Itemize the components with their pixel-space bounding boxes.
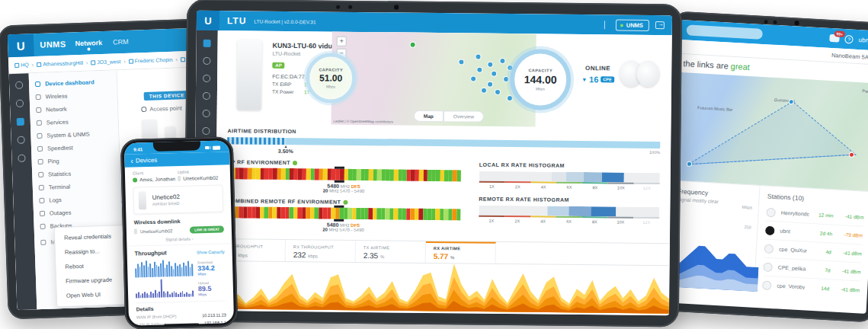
histogram-column: LOCAL RX RATE HISTOGRAM 1X2X4X6X8X10X12X… — [479, 162, 660, 242]
chart-bar — [168, 261, 170, 276]
station-uptime: 12 min — [809, 212, 833, 219]
zoom-in-button[interactable]: + — [337, 37, 347, 46]
sites-icon[interactable] — [16, 100, 24, 107]
sidebar-item-icon — [35, 81, 40, 87]
stats-icon[interactable] — [203, 75, 210, 82]
maintenance-icon[interactable] — [202, 127, 210, 135]
chart-bar — [183, 263, 184, 276]
breadcrumb-item[interactable]: AthanessburgHill — [37, 60, 83, 67]
breadcrumb-item[interactable]: JO3_west — [91, 59, 120, 65]
chart-bar — [149, 295, 150, 298]
station-map-marker[interactable] — [487, 61, 493, 67]
stations-card: Stations (10) Henryltondo12 min-41 dBmub… — [754, 186, 868, 298]
uplink-name[interactable]: UneticeKumb02 — [183, 175, 218, 181]
online-block: ONLINE ▼ 16 CPE — [581, 65, 614, 84]
ap-badge: AP — [272, 62, 284, 69]
bluetooth-icon[interactable] — [604, 21, 610, 29]
show-capacity-link[interactable]: Show Capacity — [197, 249, 225, 254]
map-view-button[interactable]: Map — [414, 110, 444, 122]
client-name[interactable]: Ames, Jonathan — [139, 176, 175, 182]
station-map-marker[interactable] — [487, 81, 493, 88]
chat-icon[interactable]: 99+ — [829, 34, 840, 43]
home-indicator[interactable] — [164, 323, 199, 326]
station-map-marker[interactable] — [495, 89, 501, 95]
device-type-label: Access point — [149, 104, 182, 112]
chart-bar — [152, 293, 154, 298]
stations-map[interactable]: + − Map Overview Leaflet | © OpenStreetM… — [332, 32, 536, 127]
sidebar-item-label: Network — [46, 106, 67, 113]
header-search-pill[interactable] — [686, 24, 763, 40]
tools-icon[interactable] — [203, 110, 210, 117]
chart-bar — [161, 279, 162, 298]
chart-bar — [173, 269, 175, 276]
info-icon[interactable] — [293, 161, 297, 165]
station-avatar — [764, 244, 774, 254]
device-card[interactable]: Unetice02 AirFiber 5XHD — [133, 184, 223, 214]
back-icon[interactable]: ‹ — [130, 157, 133, 165]
nanobeam-screen: 99+ ? ubnt ▾ NanoBeam 5AC f the links ar… — [665, 20, 868, 314]
online-count: 16 — [589, 75, 598, 84]
alerts-icon[interactable] — [17, 136, 24, 144]
chart-bar — [191, 264, 193, 276]
logs-icon[interactable] — [18, 155, 25, 162]
stat-tab-tx-airtime[interactable]: TX AIRTIME2.35 % — [356, 241, 426, 263]
download-unit: Mbps — [197, 271, 225, 276]
stat-tab-label: RX AIRTIME — [434, 246, 488, 251]
links-map[interactable]: Futurum Music Bar Guestroom Park — [672, 72, 868, 192]
clients-icon[interactable] — [203, 92, 210, 100]
battery-icon — [213, 145, 220, 149]
map-view-toggle: Map Overview — [414, 110, 484, 123]
station-map-marker[interactable] — [477, 67, 483, 73]
histogram-segment — [623, 173, 660, 183]
overview-view-button[interactable]: Overview — [444, 110, 484, 123]
station-uptime: 14d — [805, 285, 829, 292]
stat-tab-rx-airtime[interactable]: RX AIRTIME5.77 % — [426, 241, 496, 264]
sidebar-item-icon — [36, 94, 41, 100]
details-section: Details WAN IP (from DHCP) 10.213.11.23 … — [136, 300, 226, 325]
chart-bar — [150, 292, 152, 298]
devices-icon[interactable] — [17, 118, 24, 126]
tab-crm[interactable]: CRM — [113, 38, 129, 46]
info-icon[interactable] — [15, 81, 23, 89]
device-photo — [237, 40, 262, 110]
unms-link-button[interactable]: UNMS — [616, 19, 649, 30]
user-menu[interactable]: ubnt ▾ — [858, 36, 868, 43]
chart-bar — [143, 265, 145, 277]
breadcrumb-item[interactable]: Frederic Chopin — [129, 57, 173, 64]
frequency-chart — [666, 238, 760, 292]
station-map-marker[interactable] — [481, 87, 487, 93]
histogram-segment — [479, 171, 551, 182]
nav-title[interactable]: Devices — [136, 157, 158, 164]
breadcrumb-item[interactable]: HQ — [14, 62, 29, 68]
help-icon[interactable]: ? — [844, 34, 854, 43]
dashboard-icon[interactable] — [203, 40, 211, 47]
station-map-marker[interactable] — [459, 59, 465, 65]
info-icon[interactable] — [343, 200, 348, 205]
chart-bar — [144, 292, 146, 298]
airtime-marker: ▲ 3.50% — [278, 145, 293, 154]
histogram-segment — [584, 172, 602, 182]
station-map-marker[interactable] — [475, 53, 481, 59]
breadcrumb-separator: › — [86, 60, 88, 65]
stat-tab-rx-throughput[interactable]: RX THROUGHPUT232 kbps — [286, 240, 356, 262]
histogram-segment — [569, 206, 591, 216]
station-map-marker[interactable] — [503, 76, 509, 82]
station-map-marker[interactable] — [499, 58, 505, 64]
station-map-marker[interactable] — [507, 95, 513, 101]
station-map-marker[interactable] — [470, 76, 476, 82]
ap-map-marker[interactable] — [409, 42, 415, 48]
upload-kpi: Upload 89.5 Mbps — [198, 280, 226, 296]
wireless-icon[interactable] — [203, 57, 210, 65]
histogram-segment — [591, 206, 616, 216]
station-map-marker[interactable] — [491, 71, 497, 77]
tab-network[interactable]: Network — [75, 39, 102, 47]
histogram-tick: 4X — [530, 216, 556, 223]
upload-unit: Mbps — [198, 292, 226, 296]
chart-bar — [148, 267, 149, 277]
chart-bar — [171, 266, 172, 276]
logout-icon[interactable] — [655, 21, 665, 29]
station-uptime: 7d — [806, 267, 830, 273]
downlink-row[interactable]: UneticeKumb02 LINK IS GREAT — [134, 225, 224, 235]
sidebar-item-icon — [37, 146, 43, 152]
signal-details-link[interactable]: Signal details › — [127, 235, 232, 247]
